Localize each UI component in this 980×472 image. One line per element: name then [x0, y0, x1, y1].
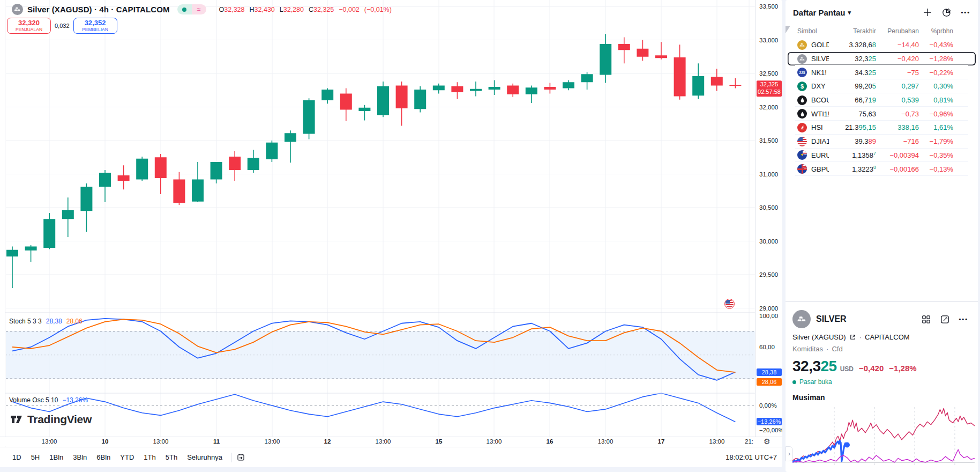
add-symbol-button[interactable] — [923, 8, 932, 17]
volume-osc-indicator-label[interactable]: Volume Osc 5 10 −13,26% — [9, 396, 88, 404]
seasonal-chart[interactable] — [792, 405, 975, 467]
watchlist-row-eurusd[interactable]: ✦EURUSD1,13587−0,00394−0,35% — [788, 149, 976, 163]
symbol-name: BCOUSD — [811, 96, 829, 104]
change-value: −0,73 — [876, 110, 919, 118]
session-clock[interactable]: 18:02:01 UTC+7 — [725, 453, 777, 461]
bar-countdown: 02:57:58 — [757, 88, 782, 96]
details-symbol: SILVER — [816, 314, 847, 324]
watchlist-column-headers[interactable]: Simbol Terakhir Perubahan %prbhn — [786, 25, 978, 37]
toolbar-divider — [231, 453, 232, 462]
range-button-3bln[interactable]: 3Bln — [68, 451, 92, 463]
change-value: −14,40 — [876, 41, 919, 49]
watchlist-row-djia1[interactable]: DJIA1!D39.389−716−1,79% — [788, 135, 976, 149]
range-button-1th[interactable]: 1Th — [139, 451, 160, 463]
drawing-toolbar-strip[interactable] — [0, 0, 5, 467]
watchlist-panel: Daftar Pantau ▾ ••• Simbol Terakhir Peru… — [786, 0, 978, 472]
goto-date-calendar-icon[interactable] — [236, 453, 245, 462]
edit-note-icon[interactable] — [940, 314, 950, 324]
change-value: 0,539 — [876, 96, 919, 104]
gear-icon[interactable]: ⚙ — [764, 437, 770, 446]
watchlist-row-gbpusd[interactable]: GBPUSD1,32230−0,00166−0,13% — [788, 162, 976, 176]
stoch-axis-label: 100,00 — [759, 313, 778, 319]
change-value: 338,16 — [876, 123, 919, 131]
change-value: −75 — [876, 69, 919, 77]
range-button-6bln[interactable]: 6Bln — [92, 451, 115, 463]
time-tick: 10 — [102, 438, 109, 445]
sell-button[interactable]: 32,320 PENJUALAN — [7, 18, 51, 34]
column-change: Perubahan — [876, 27, 919, 35]
volume-osc-value: −13,26% — [62, 396, 88, 404]
change-pct: −1,79% — [919, 137, 953, 145]
range-button-5h[interactable]: 5H — [26, 451, 45, 463]
time-axis[interactable]: 13:001013:001113:001213:001513:001613:00… — [0, 437, 782, 446]
main-chart[interactable] — [0, 0, 782, 437]
time-tick: 13:00 — [265, 438, 280, 445]
details-change: −0,420 — [859, 364, 884, 373]
details-exchange: CAPITALCOM — [865, 333, 910, 341]
range-button-5th[interactable]: 5Th — [161, 451, 182, 463]
tradingview-watermark: TradingView — [10, 413, 92, 426]
change-pct: −0,35% — [919, 151, 953, 159]
price-scale[interactable]: 32,325 02:57:58 28,38 28,06 −13,26% 33,5… — [755, 0, 782, 437]
details-description: Silver (XAGUSD) · CAPITALCOM — [792, 333, 968, 341]
last-price: 3.328,68 — [829, 41, 876, 49]
change-pct: 0,81% — [919, 96, 953, 104]
stoch-axis-label: 60,00 — [759, 344, 775, 350]
range-button-1d[interactable]: 1D — [8, 451, 26, 463]
watchlist-row-silver[interactable]: SILVER32,325−0,420−1,28% — [788, 52, 976, 66]
symbol-name: EURUSD — [811, 151, 829, 159]
volume-axis-label: 0,00% — [759, 402, 777, 409]
watchlist-row-wti1[interactable]: WTI1!D75,63−0,73−0,96% — [788, 107, 976, 121]
time-tick: 13:00 — [487, 438, 502, 445]
buy-button[interactable]: 32,352 PEMBELIAN — [73, 18, 117, 34]
column-symbol: Simbol — [797, 27, 829, 35]
watchlist-more-menu-icon[interactable]: ••• — [961, 9, 970, 16]
price-axis-label: 30,000 — [759, 238, 778, 245]
symbol-name: GOLD — [811, 41, 829, 49]
close-value: 32,325 — [313, 6, 334, 13]
data-status-pills[interactable]: ≈ — [177, 4, 206, 14]
market-open-dot-icon[interactable] — [177, 4, 192, 14]
watchlist-row-bcousd[interactable]: BCOUSD66,7190,5390,81% — [788, 93, 976, 107]
change-value: 0,297 — [876, 82, 919, 90]
watchlist-title-menu[interactable]: Daftar Pantau ▾ — [793, 8, 851, 17]
ohlc-values: O32,328 H32,430 L32,280 C32,325 −0,002 (… — [219, 6, 392, 13]
change-pct: −0,13% — [919, 165, 953, 173]
price-axis-label: 33,500 — [759, 3, 778, 10]
watchlist-row-hsi[interactable]: HSI●21.395,15338,161,61% — [788, 121, 976, 135]
details-instrument-type: Komiditas·Cfd — [792, 345, 968, 353]
us-economic-event-icon[interactable] — [724, 299, 735, 309]
details-more-menu-icon[interactable]: ••• — [959, 316, 968, 322]
change-pct-value: (−0,01%) — [364, 6, 392, 13]
delayed-data-icon[interactable]: ≈ — [192, 4, 206, 14]
time-tick: 17 — [658, 438, 665, 445]
watchlist-row-nk1[interactable]: 225NK1!D34.325−75−0,22% — [788, 65, 976, 79]
change-value: −716 — [876, 137, 919, 145]
range-button-ytd[interactable]: YTD — [115, 451, 139, 463]
last-price: 75,63 — [829, 110, 876, 118]
stoch-k-value: 28,38 — [46, 318, 62, 325]
external-link-icon[interactable] — [849, 334, 856, 341]
watchlist-row-gold[interactable]: GOLD3.328,68−14,40−0,43% — [788, 38, 976, 52]
last-price: 1,32230 — [829, 165, 876, 173]
change-value: −0,00394 — [876, 151, 919, 159]
change-pct: −0,96% — [919, 110, 953, 118]
stoch-indicator-label[interactable]: Stoch 5 3 3 28,38 28,06 — [9, 318, 83, 325]
volume-osc-tag: −13,26% — [757, 418, 782, 425]
change-value: −0,00166 — [876, 165, 919, 173]
layout-grid-icon[interactable] — [921, 314, 931, 324]
range-button-1bln[interactable]: 1Bln — [44, 451, 68, 463]
change-value: −0,420 — [876, 55, 919, 63]
details-change-pct: −1,28% — [889, 364, 916, 373]
symbol-details: SILVER ••• Silver (XAGUSD) — [786, 301, 978, 472]
range-button-seluruhnya[interactable]: Seluruhnya — [182, 451, 227, 463]
chart-title: Silver (XAGUSD) · 4h · CAPITALCOM — [27, 5, 170, 14]
time-tick: 15 — [436, 438, 443, 445]
time-tick: 13:00 — [598, 438, 614, 445]
sector-pie-icon[interactable] — [941, 8, 952, 18]
symbol-name: DXY — [811, 82, 826, 90]
time-tick: 13:00 — [709, 438, 725, 445]
price-axis-label: 33,000 — [759, 37, 778, 43]
panel-collapse-chevron-icon[interactable]: › — [786, 446, 793, 461]
watchlist-row-dxy[interactable]: $DXY99,2050,2970,30% — [788, 79, 976, 93]
